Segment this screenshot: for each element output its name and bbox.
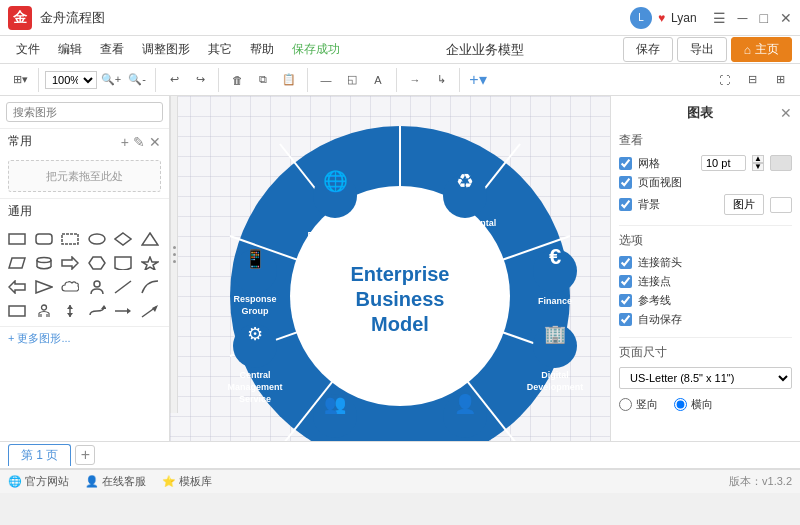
bg-color-swatch[interactable] xyxy=(770,197,792,213)
svg-text:Global: Global xyxy=(321,218,349,228)
sidebar-resize-handle[interactable] xyxy=(170,96,178,413)
canvas-area[interactable]: 🌐 Global Partnerships ♻ Environmental Aw… xyxy=(170,96,610,441)
shape-arrow-right2[interactable] xyxy=(112,300,134,322)
shape-diamond[interactable] xyxy=(112,228,134,250)
shape-triangle[interactable] xyxy=(139,228,161,250)
shape-s-arrow[interactable] xyxy=(86,300,108,322)
home-button[interactable]: ⌂ 主页 xyxy=(731,37,792,62)
shape-rect2[interactable] xyxy=(6,300,28,322)
svg-point-3 xyxy=(89,234,105,244)
menu-file[interactable]: 文件 xyxy=(8,39,48,60)
maximize-btn[interactable]: □ xyxy=(760,10,768,26)
template-lib-link[interactable]: ⭐ 模板库 xyxy=(162,474,212,489)
settings-btn[interactable]: ⊞ xyxy=(768,68,792,92)
redo-btn[interactable]: ↪ xyxy=(188,68,212,92)
shape-left-arrow[interactable] xyxy=(6,276,28,298)
svg-text:Response: Response xyxy=(233,294,276,304)
portrait-radio[interactable] xyxy=(619,398,632,411)
menu-adjust[interactable]: 调整图形 xyxy=(134,39,198,60)
paste-btn[interactable]: 📋 xyxy=(277,68,301,92)
page-1-tab[interactable]: 第 1 页 xyxy=(8,444,71,466)
shape-hexagon[interactable] xyxy=(86,252,108,274)
zoom-in-btn[interactable]: 🔍+ xyxy=(99,68,123,92)
shape-diag-arrow[interactable] xyxy=(139,300,161,322)
insert-btn[interactable]: +▾ xyxy=(466,68,490,92)
font-btn[interactable]: A xyxy=(366,68,390,92)
panel-close-btn[interactable]: ✕ xyxy=(780,105,792,121)
guide-line-row: 参考线 xyxy=(619,293,792,308)
general-section-header[interactable]: 通用 xyxy=(0,199,169,224)
grid-color-swatch[interactable] xyxy=(770,155,792,171)
shape-star[interactable] xyxy=(139,252,161,274)
shape-line[interactable] xyxy=(112,276,134,298)
shape-arrow-right[interactable] xyxy=(59,252,81,274)
shape-person2[interactable] xyxy=(33,300,55,322)
panel-toggle-btn[interactable]: ⊟ xyxy=(740,68,764,92)
grid-down-btn[interactable]: ▼ xyxy=(752,163,764,171)
grid-checkbox[interactable] xyxy=(619,157,632,170)
common-section-header[interactable]: 常用 + ✎ ✕ xyxy=(0,129,169,154)
auto-save-checkbox[interactable] xyxy=(619,313,632,326)
zoom-out-btn[interactable]: 🔍- xyxy=(125,68,149,92)
close-icon[interactable]: ✕ xyxy=(149,134,161,150)
shape-person[interactable] xyxy=(86,276,108,298)
arrow-btn[interactable]: → xyxy=(403,68,427,92)
connect-point-checkbox[interactable] xyxy=(619,275,632,288)
menu-view[interactable]: 查看 xyxy=(92,39,132,60)
save-button[interactable]: 保存 xyxy=(623,37,673,62)
menu-other[interactable]: 其它 xyxy=(200,39,240,60)
page-bar: 第 1 页 + xyxy=(0,441,800,469)
shape-parallelogram[interactable] xyxy=(6,252,28,274)
zoom-select[interactable]: 100% 75% 150% xyxy=(45,71,97,89)
svg-marker-20 xyxy=(67,305,73,309)
undo-btn[interactable]: ↩ xyxy=(162,68,186,92)
bg-image-btn[interactable]: 图片 xyxy=(724,194,764,215)
close-btn[interactable]: ✕ xyxy=(780,10,792,26)
official-site-link[interactable]: 🌐 官方网站 xyxy=(8,474,69,489)
search-input[interactable] xyxy=(6,102,163,122)
svg-marker-22 xyxy=(101,305,106,309)
minimize-btn[interactable]: ─ xyxy=(738,10,748,26)
copy-btn[interactable]: ⧉ xyxy=(251,68,275,92)
shape-rect[interactable] xyxy=(6,228,28,250)
connect-point-row: 连接点 xyxy=(619,274,792,289)
menu-edit[interactable]: 编辑 xyxy=(50,39,90,60)
divider2 xyxy=(619,337,792,338)
add-page-btn[interactable]: + xyxy=(75,445,95,465)
svg-marker-11 xyxy=(89,257,105,269)
shape-right-tri[interactable] xyxy=(33,276,55,298)
shape-cloud[interactable] xyxy=(59,276,81,298)
shape-doc[interactable] xyxy=(112,252,134,274)
svg-text:Model: Model xyxy=(371,313,429,335)
svg-text:⚙: ⚙ xyxy=(247,324,263,344)
menu-icon[interactable]: ☰ xyxy=(713,10,726,26)
landscape-radio[interactable] xyxy=(674,398,687,411)
menu-help[interactable]: 帮助 xyxy=(242,39,282,60)
shape-ellipse[interactable] xyxy=(86,228,108,250)
shape-text-box[interactable] xyxy=(59,228,81,250)
page-size-select[interactable]: US-Letter (8.5" x 11") A4 A3 xyxy=(619,367,792,389)
diagram-svg[interactable]: 🌐 Global Partnerships ♻ Environmental Aw… xyxy=(200,116,600,441)
portrait-option[interactable]: 竖向 xyxy=(619,397,658,412)
connect-arrow-checkbox[interactable] xyxy=(619,256,632,269)
shape-curve[interactable] xyxy=(139,276,161,298)
export-button[interactable]: 导出 xyxy=(677,37,727,62)
shape-cylinder[interactable] xyxy=(33,252,55,274)
shape-rounded[interactable] xyxy=(33,228,55,250)
fullscreen-btn[interactable]: ⛶ xyxy=(712,68,736,92)
more-shapes-link[interactable]: + 更多图形... xyxy=(0,327,169,350)
arrow2-btn[interactable]: ↳ xyxy=(429,68,453,92)
guide-line-checkbox[interactable] xyxy=(619,294,632,307)
online-support-link[interactable]: 👤 在线客服 xyxy=(85,474,146,489)
line-style-btn[interactable]: — xyxy=(314,68,338,92)
delete-btn[interactable]: 🗑 xyxy=(225,68,249,92)
edit-icon[interactable]: ✎ xyxy=(133,134,145,150)
fill-btn[interactable]: ◱ xyxy=(340,68,364,92)
add-icon[interactable]: + xyxy=(121,134,129,150)
landscape-option[interactable]: 横向 xyxy=(674,397,713,412)
shape-arrow-up-down[interactable] xyxy=(59,300,81,322)
grid-value-input[interactable] xyxy=(701,155,746,171)
page-view-checkbox[interactable] xyxy=(619,176,632,189)
background-checkbox[interactable] xyxy=(619,198,632,211)
grid-toggle-btn[interactable]: ⊞▾ xyxy=(8,68,32,92)
